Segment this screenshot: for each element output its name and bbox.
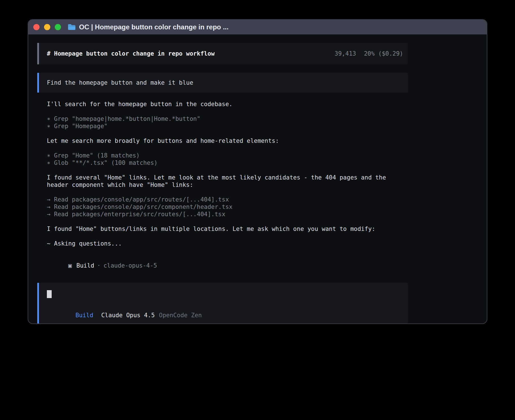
transcript-line: I'll search for the homepage button in t…: [47, 100, 408, 108]
provider-label: OpenCode Zen: [159, 312, 202, 319]
input-meta: BuildClaude Opus 4.5OpenCode Zen: [47, 304, 403, 324]
transcript-line: [47, 189, 408, 196]
terminal-window: OC | Homepage button color change in rep…: [28, 19, 487, 324]
transcript-line: ∗ Glob "**/*.tsx" (100 matches): [47, 159, 408, 167]
text-cursor: [47, 290, 52, 298]
user-message: Find the homepage button and make it blu…: [37, 73, 408, 93]
transcript-line: [47, 130, 408, 137]
status-agent: Build: [77, 262, 94, 269]
transcript-line: ∗ Grep "Home" (18 matches): [47, 152, 408, 159]
titlebar[interactable]: OC | Homepage button color change in rep…: [28, 20, 487, 34]
status-separator: ·: [97, 262, 101, 269]
transcript-line: I found several "Home" links. Let me loo…: [47, 174, 408, 189]
transcript-line: I found "Home" buttons/links in multiple…: [47, 225, 408, 233]
model-label[interactable]: Claude Opus 4.5: [101, 312, 155, 319]
transcript-line: [47, 167, 408, 174]
session-stats: 39,41320% ($0.29): [335, 50, 403, 57]
transcript-line: [47, 233, 408, 240]
transcript-line: ~ Asking questions...: [47, 240, 408, 247]
transcript-line: [47, 218, 408, 225]
transcript-line: [47, 108, 408, 115]
status-row: ▣Build·claude-opus-4-5: [37, 255, 408, 277]
session-header: # Homepage button color change in repo w…: [37, 43, 408, 64]
transcript-line: ∗ Grep "Homepage": [47, 123, 408, 130]
session-title: # Homepage button color change in repo w…: [47, 50, 215, 57]
agent-mode-label[interactable]: Build: [75, 312, 93, 319]
user-message-text: Find the homepage button and make it blu…: [47, 79, 193, 86]
close-window-button[interactable]: [33, 24, 40, 30]
maximize-window-button[interactable]: [55, 24, 61, 30]
transcript-line: → Read packages/console/app/src/routes/[…: [47, 196, 408, 203]
prompt-input[interactable]: BuildClaude Opus 4.5OpenCode Zen: [37, 283, 408, 324]
transcript-line: Let me search more broadly for buttons a…: [47, 137, 408, 145]
transcript: I'll search for the homepage button in t…: [37, 100, 408, 255]
transcript-line: [47, 145, 408, 152]
terminal-content: # Homepage button color change in repo w…: [37, 43, 408, 324]
context-usage: 20% ($0.29): [364, 50, 403, 57]
window-controls: [33, 24, 61, 30]
transcript-line: ∗ Grep "homepage|home.*button|Home.*butt…: [47, 115, 408, 123]
window-title: OC | Homepage button color change in rep…: [79, 23, 228, 31]
folder-icon: [68, 24, 76, 30]
task-status-icon: ▣: [68, 262, 72, 269]
token-count: 39,413: [335, 50, 356, 57]
transcript-line: [47, 247, 408, 255]
minimize-window-button[interactable]: [44, 24, 50, 30]
transcript-line: → Read packages/console/app/src/componen…: [47, 203, 408, 211]
transcript-line: → Read packages/enterprise/src/routes/[.…: [47, 211, 408, 218]
status-model: claude-opus-4-5: [103, 262, 157, 269]
